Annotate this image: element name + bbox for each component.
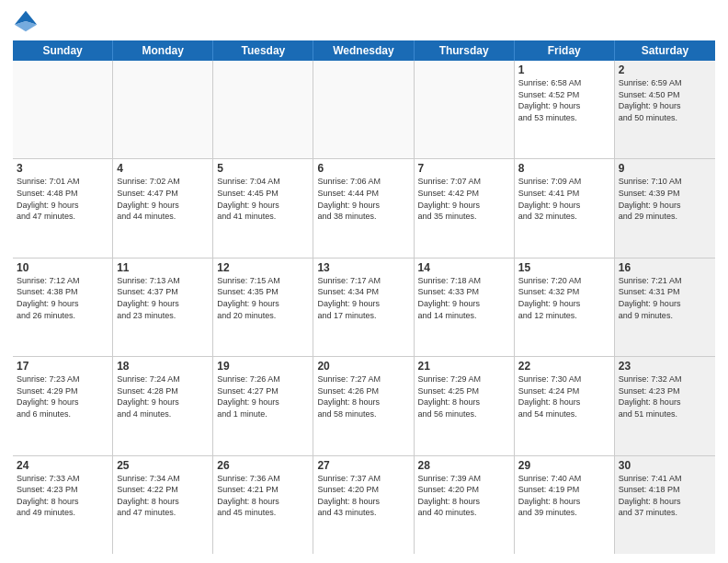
day-info: Sunrise: 7:15 AM Sunset: 4:35 PM Dayligh… [217,275,309,321]
empty-cell [313,61,414,158]
calendar-row-3: 10Sunrise: 7:12 AM Sunset: 4:38 PM Dayli… [13,259,715,357]
day-cell-29: 29Sunrise: 7:40 AM Sunset: 4:19 PM Dayli… [515,456,615,554]
day-info: Sunrise: 7:24 AM Sunset: 4:28 PM Dayligh… [117,373,209,419]
day-cell-23: 23Sunrise: 7:32 AM Sunset: 4:23 PM Dayli… [615,357,715,454]
day-info: Sunrise: 7:01 AM Sunset: 4:48 PM Dayligh… [17,176,108,222]
day-number: 13 [317,261,409,274]
day-number: 4 [117,162,209,175]
day-cell-8: 8Sunrise: 7:09 AM Sunset: 4:41 PM Daylig… [515,159,615,257]
day-cell-20: 20Sunrise: 7:27 AM Sunset: 4:26 PM Dayli… [313,357,414,454]
day-number: 1 [518,63,610,76]
day-number: 24 [17,459,108,472]
day-info: Sunrise: 7:30 AM Sunset: 4:24 PM Dayligh… [518,373,610,419]
day-number: 27 [317,459,409,472]
day-cell-4: 4Sunrise: 7:02 AM Sunset: 4:47 PM Daylig… [113,159,213,257]
empty-cell [415,61,515,158]
day-number: 15 [518,261,610,274]
day-info: Sunrise: 7:29 AM Sunset: 4:25 PM Dayligh… [418,373,510,419]
day-number: 19 [217,360,309,373]
day-cell-12: 12Sunrise: 7:15 AM Sunset: 4:35 PM Dayli… [213,259,313,356]
day-cell-11: 11Sunrise: 7:13 AM Sunset: 4:37 PM Dayli… [113,259,213,356]
header-day-monday: Monday [113,40,213,61]
day-number: 30 [619,459,711,472]
empty-cell [213,61,313,158]
day-info: Sunrise: 7:39 AM Sunset: 4:20 PM Dayligh… [418,473,510,519]
day-cell-16: 16Sunrise: 7:21 AM Sunset: 4:31 PM Dayli… [615,259,715,356]
day-info: Sunrise: 7:23 AM Sunset: 4:29 PM Dayligh… [17,373,108,419]
day-number: 5 [217,162,309,175]
day-cell-17: 17Sunrise: 7:23 AM Sunset: 4:29 PM Dayli… [13,357,113,454]
empty-cell [13,61,113,158]
day-cell-5: 5Sunrise: 7:04 AM Sunset: 4:45 PM Daylig… [213,159,313,257]
day-info: Sunrise: 7:33 AM Sunset: 4:23 PM Dayligh… [17,473,108,519]
day-info: Sunrise: 7:26 AM Sunset: 4:27 PM Dayligh… [217,373,309,419]
day-info: Sunrise: 7:18 AM Sunset: 4:33 PM Dayligh… [418,275,510,321]
day-cell-18: 18Sunrise: 7:24 AM Sunset: 4:28 PM Dayli… [113,357,213,454]
day-number: 6 [317,162,409,175]
day-number: 16 [619,261,711,274]
day-info: Sunrise: 7:17 AM Sunset: 4:34 PM Dayligh… [317,275,409,321]
day-info: Sunrise: 7:20 AM Sunset: 4:32 PM Dayligh… [518,275,610,321]
day-cell-22: 22Sunrise: 7:30 AM Sunset: 4:24 PM Dayli… [515,357,615,454]
day-info: Sunrise: 6:58 AM Sunset: 4:52 PM Dayligh… [518,77,610,123]
empty-cell [113,61,213,158]
header-day-thursday: Thursday [415,40,515,61]
header-day-sunday: Sunday [13,40,113,61]
day-cell-3: 3Sunrise: 7:01 AM Sunset: 4:48 PM Daylig… [13,159,113,257]
day-number: 18 [117,360,209,373]
header-day-tuesday: Tuesday [213,40,313,61]
day-info: Sunrise: 7:41 AM Sunset: 4:18 PM Dayligh… [619,473,711,519]
header [13,9,715,35]
day-cell-1: 1Sunrise: 6:58 AM Sunset: 4:52 PM Daylig… [515,61,615,158]
day-cell-21: 21Sunrise: 7:29 AM Sunset: 4:25 PM Dayli… [415,357,515,454]
day-number: 20 [317,360,409,373]
day-cell-10: 10Sunrise: 7:12 AM Sunset: 4:38 PM Dayli… [13,259,113,356]
day-number: 8 [518,162,610,175]
calendar-header: SundayMondayTuesdayWednesdayThursdayFrid… [13,40,715,61]
day-number: 29 [518,459,610,472]
day-cell-24: 24Sunrise: 7:33 AM Sunset: 4:23 PM Dayli… [13,456,113,554]
calendar-row-5: 24Sunrise: 7:33 AM Sunset: 4:23 PM Dayli… [13,456,715,554]
day-info: Sunrise: 7:07 AM Sunset: 4:42 PM Dayligh… [418,176,510,222]
day-info: Sunrise: 7:37 AM Sunset: 4:20 PM Dayligh… [317,473,409,519]
day-number: 7 [418,162,510,175]
day-info: Sunrise: 7:36 AM Sunset: 4:21 PM Dayligh… [217,473,309,519]
day-number: 22 [518,360,610,373]
day-cell-27: 27Sunrise: 7:37 AM Sunset: 4:20 PM Dayli… [313,456,414,554]
day-cell-2: 2Sunrise: 6:59 AM Sunset: 4:50 PM Daylig… [615,61,715,158]
day-info: Sunrise: 7:32 AM Sunset: 4:23 PM Dayligh… [619,373,711,419]
day-cell-13: 13Sunrise: 7:17 AM Sunset: 4:34 PM Dayli… [313,259,414,356]
logo-icon [13,9,39,35]
header-day-friday: Friday [515,40,615,61]
header-day-saturday: Saturday [615,40,715,61]
day-cell-30: 30Sunrise: 7:41 AM Sunset: 4:18 PM Dayli… [615,456,715,554]
day-number: 9 [619,162,711,175]
day-number: 28 [418,459,510,472]
day-info: Sunrise: 7:09 AM Sunset: 4:41 PM Dayligh… [518,176,610,222]
day-cell-7: 7Sunrise: 7:07 AM Sunset: 4:42 PM Daylig… [415,159,515,257]
day-number: 26 [217,459,309,472]
day-info: Sunrise: 7:13 AM Sunset: 4:37 PM Dayligh… [117,275,209,321]
day-number: 2 [619,63,711,76]
calendar-body: 1Sunrise: 6:58 AM Sunset: 4:52 PM Daylig… [13,61,715,554]
calendar: SundayMondayTuesdayWednesdayThursdayFrid… [13,40,715,554]
page: SundayMondayTuesdayWednesdayThursdayFrid… [0,0,728,563]
header-day-wednesday: Wednesday [313,40,414,61]
day-number: 17 [17,360,108,373]
day-info: Sunrise: 7:06 AM Sunset: 4:44 PM Dayligh… [317,176,409,222]
day-number: 14 [418,261,510,274]
day-number: 12 [217,261,309,274]
day-cell-15: 15Sunrise: 7:20 AM Sunset: 4:32 PM Dayli… [515,259,615,356]
day-number: 21 [418,360,510,373]
day-cell-9: 9Sunrise: 7:10 AM Sunset: 4:39 PM Daylig… [615,159,715,257]
day-info: Sunrise: 7:40 AM Sunset: 4:19 PM Dayligh… [518,473,610,519]
calendar-row-2: 3Sunrise: 7:01 AM Sunset: 4:48 PM Daylig… [13,159,715,258]
day-info: Sunrise: 7:12 AM Sunset: 4:38 PM Dayligh… [17,275,108,321]
day-number: 11 [117,261,209,274]
day-info: Sunrise: 7:21 AM Sunset: 4:31 PM Dayligh… [619,275,711,321]
day-number: 3 [17,162,108,175]
day-number: 10 [17,261,108,274]
calendar-row-1: 1Sunrise: 6:58 AM Sunset: 4:52 PM Daylig… [13,61,715,159]
day-info: Sunrise: 7:27 AM Sunset: 4:26 PM Dayligh… [317,373,409,419]
day-info: Sunrise: 7:34 AM Sunset: 4:22 PM Dayligh… [117,473,209,519]
